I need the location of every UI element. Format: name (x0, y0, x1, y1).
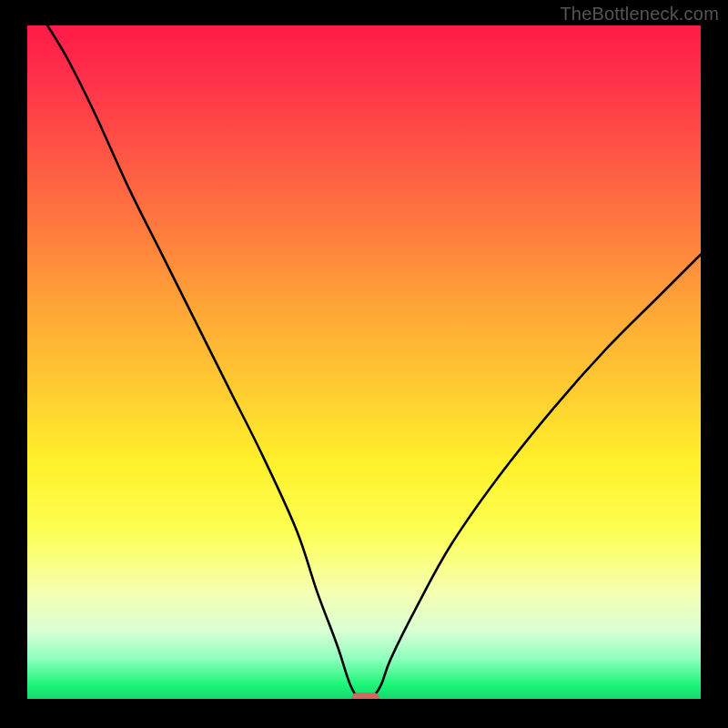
chart-frame: TheBottleneck.com (0, 0, 728, 728)
watermark-text: TheBottleneck.com (560, 4, 719, 25)
bottleneck-curve (27, 25, 701, 699)
optimal-marker (351, 693, 379, 699)
curve-path (47, 25, 701, 699)
plot-area (27, 25, 701, 699)
